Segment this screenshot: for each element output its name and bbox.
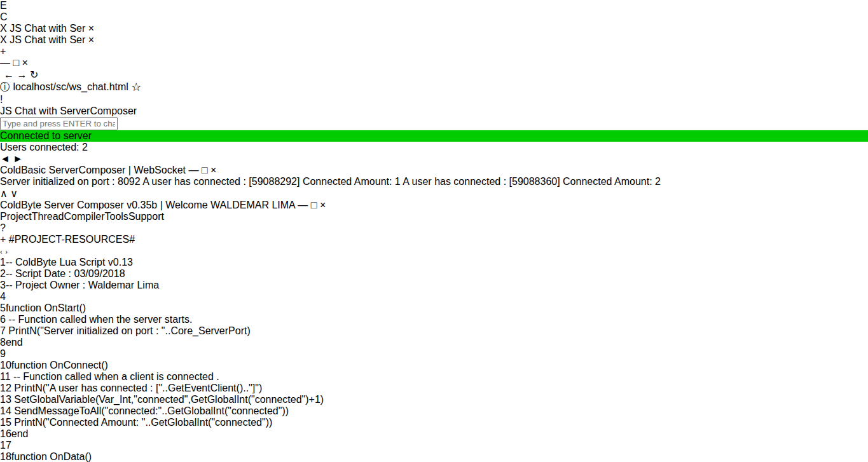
code-text: function OnConnect() bbox=[11, 360, 108, 370]
code-line[interactable]: 10function OnConnect() bbox=[0, 360, 868, 371]
console-vertical-scrollbar[interactable]: ∧ ∨ bbox=[0, 187, 868, 200]
site-info-icon[interactable]: ⓘ bbox=[0, 81, 10, 92]
code-text: function OnData() bbox=[11, 451, 92, 462]
url-text: localhost/sc/ws_chat.html bbox=[13, 81, 128, 92]
chat-input[interactable] bbox=[0, 117, 118, 130]
scroll-right-icon[interactable]: ► bbox=[13, 153, 23, 164]
code-line[interactable]: 1-- ColdByte Lua Script v0.13 bbox=[0, 257, 868, 268]
xampp-favicon-icon: X bbox=[0, 23, 7, 34]
code-line[interactable]: 17 bbox=[0, 440, 868, 451]
tree-horizontal-scrollbar[interactable]: ‹ › bbox=[0, 245, 868, 257]
new-tab-button[interactable]: + bbox=[0, 46, 868, 57]
maximize-button[interactable]: □ bbox=[202, 165, 208, 175]
address-bar[interactable]: ⓘ localhost/sc/ws_chat.html ☆ bbox=[0, 81, 868, 94]
code-text: -- Function called when the server start… bbox=[6, 314, 192, 325]
code-line[interactable]: 11 -- Function called when a client is c… bbox=[0, 371, 868, 383]
code-line[interactable]: 5function OnStart() bbox=[0, 302, 868, 314]
browser-horizontal-scrollbar[interactable]: ◄ ► bbox=[0, 153, 868, 165]
update-badge-icon[interactable]: ! bbox=[0, 94, 3, 105]
scroll-up-icon[interactable]: ∧ bbox=[0, 188, 8, 199]
code-area[interactable]: 1-- ColdByte Lua Script v0.132-- Script … bbox=[0, 257, 868, 462]
code-text: -- Project Owner : Waldemar Lima bbox=[6, 280, 159, 290]
console-title: ColdBasic ServerComposer | WebSocket bbox=[0, 165, 186, 175]
code-text: PrintN("A user has connected : ["..GetEv… bbox=[11, 383, 262, 393]
code-line[interactable]: 12 PrintN("A user has connected : ["..Ge… bbox=[0, 383, 868, 394]
line-number: 10 bbox=[0, 360, 11, 370]
code-line[interactable]: 9 bbox=[0, 348, 868, 360]
tab-js-chat-1[interactable]: X JS Chat with Ser × bbox=[0, 23, 868, 34]
console-title-bar[interactable]: ColdBasic ServerComposer | WebSocket — □… bbox=[0, 165, 868, 176]
minimize-button[interactable]: — bbox=[188, 165, 198, 175]
url-path: /sc/ws_chat.html bbox=[53, 81, 128, 92]
console-output: Server initialized on port : 8092 A user… bbox=[0, 176, 868, 200]
project-tree-panel: + #PROJECT-RESOURCES# ‹ › bbox=[0, 234, 868, 257]
minimize-button[interactable]: — bbox=[298, 200, 308, 210]
tree-root-item[interactable]: + #PROJECT-RESOURCES# bbox=[0, 234, 868, 245]
code-line[interactable]: 18function OnData() bbox=[0, 451, 868, 462]
scroll-left-icon[interactable]: ◄ bbox=[0, 153, 10, 164]
users-connected-text: Users connected: 2 bbox=[0, 142, 868, 153]
menu-item-compiler[interactable]: Compiler bbox=[64, 211, 105, 222]
browser-toolbar: ← → ↻ ⓘ localhost/sc/ws_chat.html ☆ ! bbox=[0, 69, 868, 105]
code-text: end bbox=[11, 428, 29, 439]
tab-title: JS Chat with Ser bbox=[10, 23, 85, 34]
url-host: localhost bbox=[13, 81, 53, 92]
minimize-button[interactable]: — bbox=[0, 57, 10, 68]
line-number: 4 bbox=[0, 291, 6, 302]
browser-window-controls: — □ × bbox=[0, 57, 868, 69]
scroll-left-icon[interactable]: ‹ bbox=[0, 248, 3, 255]
xampp-favicon-icon: X bbox=[0, 34, 7, 45]
composer-window-controls: — □ × bbox=[298, 200, 326, 210]
code-line[interactable]: 16end bbox=[0, 428, 868, 440]
menu-item-project[interactable]: Project bbox=[0, 211, 32, 222]
line-number: 6 bbox=[0, 314, 6, 325]
desktop-label-fragment: E bbox=[0, 0, 868, 11]
close-button[interactable]: × bbox=[320, 200, 326, 210]
close-button[interactable]: × bbox=[210, 165, 216, 175]
tab-close-icon[interactable]: × bbox=[88, 23, 94, 34]
tree-root-label: #PROJECT-RESOURCES# bbox=[9, 234, 135, 245]
browser-window: X JS Chat with Ser × X JS Chat with Ser … bbox=[0, 23, 868, 165]
forward-icon[interactable]: → bbox=[17, 69, 27, 80]
code-lines: 1-- ColdByte Lua Script v0.132-- Script … bbox=[0, 257, 868, 462]
maximize-button[interactable]: □ bbox=[13, 57, 19, 68]
tree-expander-icon[interactable]: + bbox=[0, 234, 6, 245]
code-editor[interactable]: 1-- ColdByte Lua Script v0.132-- Script … bbox=[0, 257, 868, 462]
bookmark-star-icon[interactable]: ☆ bbox=[131, 81, 141, 92]
tab-js-chat-2[interactable]: X JS Chat with Ser × bbox=[0, 34, 868, 46]
line-number: 8 bbox=[0, 337, 6, 348]
scroll-down-icon[interactable]: ∨ bbox=[10, 188, 18, 199]
code-text: SetGlobalVariable(Var_Int,"connected",Ge… bbox=[11, 394, 324, 405]
code-line[interactable]: 13 SetGlobalVariable(Var_Int,"connected"… bbox=[0, 394, 868, 405]
console-lines: Server initialized on port : 8092 A user… bbox=[0, 176, 868, 187]
console-window: ColdBasic ServerComposer | WebSocket — □… bbox=[0, 165, 868, 200]
code-line[interactable]: 8end bbox=[0, 337, 868, 348]
line-number: 14 bbox=[0, 405, 11, 416]
back-icon[interactable]: ← bbox=[4, 69, 14, 80]
line-number: 3 bbox=[0, 280, 6, 290]
code-line[interactable]: 7 PrintN("Server initialized on port : "… bbox=[0, 325, 868, 337]
context-help-icon[interactable]: ? bbox=[0, 222, 6, 233]
reload-icon[interactable]: ↻ bbox=[30, 69, 38, 80]
code-text: -- Script Date : 03/09/2018 bbox=[6, 268, 125, 279]
tab-close-icon[interactable]: × bbox=[88, 34, 94, 45]
code-line[interactable]: 3-- Project Owner : Waldemar Lima bbox=[0, 280, 868, 291]
composer-title-bar[interactable]: ColdByte Server Composer v0.35b | Welcom… bbox=[0, 200, 868, 211]
code-line[interactable]: 6 -- Function called when the server sta… bbox=[0, 314, 868, 325]
line-number: 1 bbox=[0, 257, 6, 268]
menu-item-thread[interactable]: Thread bbox=[32, 211, 64, 222]
line-number: 7 bbox=[0, 325, 6, 336]
code-line[interactable]: 14 SendMessageToAll("connected:"..GetGlo… bbox=[0, 405, 868, 417]
code-line[interactable]: 2-- Script Date : 03/09/2018 bbox=[0, 268, 868, 280]
menu-item-support[interactable]: Support bbox=[128, 211, 164, 222]
scroll-right-icon[interactable]: › bbox=[5, 248, 8, 255]
desktop: E C X JS Chat with Ser × X JS Chat with … bbox=[0, 0, 868, 462]
close-button[interactable]: × bbox=[22, 57, 28, 68]
menu-item-tools[interactable]: Tools bbox=[105, 211, 128, 222]
code-line[interactable]: 15 PrintN("Connected Amount: "..GetGloba… bbox=[0, 417, 868, 428]
code-line[interactable]: 4 bbox=[0, 291, 868, 302]
composer-window: ColdByte Server Composer v0.35b | Welcom… bbox=[0, 200, 868, 462]
tab-strip: X JS Chat with Ser × X JS Chat with Ser … bbox=[0, 23, 868, 69]
line-number: 15 bbox=[0, 417, 11, 428]
maximize-button[interactable]: □ bbox=[311, 200, 317, 210]
